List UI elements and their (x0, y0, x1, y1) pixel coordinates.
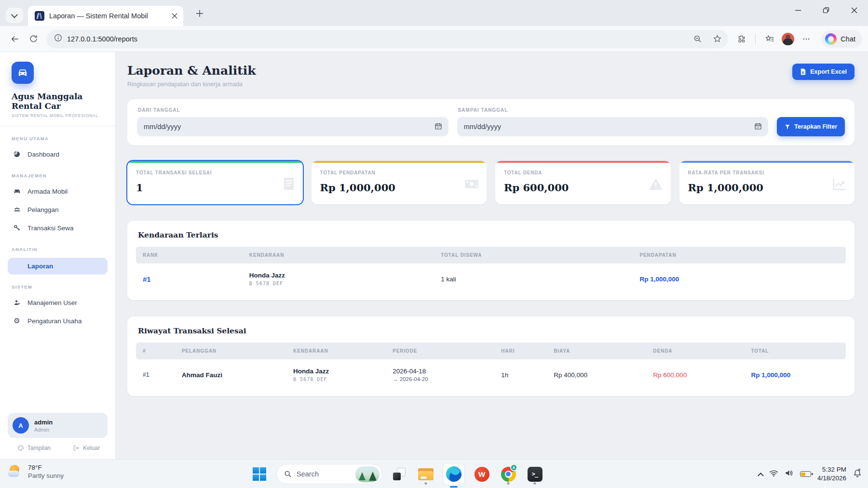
sidebar-item-laporan[interactable]: Laporan (8, 258, 108, 275)
file-explorer-button[interactable] (416, 463, 435, 485)
battery-icon[interactable] (800, 471, 811, 477)
sidebar-item-label: Armada Mobil (27, 188, 68, 195)
page-info-icon[interactable] (54, 34, 62, 44)
car-icon (13, 187, 21, 196)
sidebar-item-label: Dashboard (27, 151, 59, 158)
export-excel-button[interactable]: Export Excel (792, 64, 854, 80)
stat-card-total-transaksi: TOTAL TRANSAKSI SELESAI 1 (127, 161, 303, 204)
sidebar-divider (0, 126, 115, 126)
wifi-icon[interactable] (769, 470, 778, 479)
vehicle-cell: Honda Jazz B 5678 DEF (286, 359, 386, 391)
sidebar: Agus Manggala Rental Car SISTEM RENTAL M… (0, 52, 116, 459)
vehicle-plate: B 5678 DEF (293, 377, 379, 382)
column-header: PENDAPATAN (633, 247, 846, 264)
nav-heading-menu-utama: MENU UTAMA (12, 136, 104, 141)
palette-icon (17, 445, 24, 451)
calendar-icon[interactable] (754, 122, 762, 132)
new-tab-button[interactable] (193, 7, 206, 20)
total-cell: Rp 1,000,000 (744, 359, 846, 391)
page-title: Laporan & Analitik (127, 64, 256, 78)
apply-filter-button[interactable]: Terapkan Filter (777, 117, 845, 136)
stat-accent-bar (495, 161, 671, 163)
from-date-input[interactable] (137, 117, 448, 136)
column-header: BIAYA (547, 343, 646, 359)
search-icon (284, 470, 292, 478)
menu-ellipsis-icon[interactable] (797, 30, 815, 48)
weather-condition: Partly sunny (28, 472, 64, 479)
minimize-button[interactable] (784, 0, 812, 20)
taskbar-search[interactable]: Search (276, 464, 382, 484)
address-bar[interactable]: 127.0.0.1:5000/reports (46, 30, 728, 48)
notification-bell-icon[interactable] (853, 468, 862, 480)
zoom-out-icon[interactable] (691, 30, 705, 48)
sidebar-item-manajemen-user[interactable]: Manajemen User (8, 293, 108, 312)
keluar-button[interactable]: Keluar (73, 445, 100, 451)
sidebar-item-label: Transaksi Sewa (27, 224, 74, 232)
windows-logo-icon (253, 467, 266, 481)
refresh-icon[interactable] (24, 30, 42, 48)
stat-label: TOTAL TRANSAKSI SELESAI (136, 170, 294, 175)
tray-chevron-up-icon[interactable] (758, 472, 764, 478)
vehicle-cell: Honda Jazz B 5678 DEF (243, 264, 434, 295)
column-header: PELANGGAN (175, 343, 286, 359)
calendar-icon[interactable] (434, 122, 442, 132)
sidebar-item-transaksi-sewa[interactable]: Transaksi Sewa (8, 219, 108, 237)
copilot-chat-button[interactable]: Chat (821, 30, 862, 48)
stat-card-total-denda: TOTAL DENDA Rp 600,000 (495, 161, 671, 204)
edge-browser-button[interactable] (443, 463, 465, 485)
copilot-icon (825, 33, 837, 45)
tampilan-button[interactable]: Tampilan (17, 445, 51, 451)
receipt-icon (283, 177, 295, 193)
chrome-profile-badge: A (510, 464, 517, 471)
stat-card-total-pendapatan: TOTAL PENDAPATAN Rp 1,000,000 (312, 161, 487, 204)
search-highlight-image[interactable] (355, 466, 380, 482)
history-card: Riwayat Transaksi Selesai # PELANGGAN KE… (127, 317, 854, 396)
restore-button[interactable] (812, 0, 840, 20)
wps-office-button[interactable]: W (472, 463, 491, 485)
clock-time: 5:32 PM (817, 465, 846, 474)
site-favicon-icon (35, 11, 44, 21)
profile-avatar[interactable] (782, 33, 794, 45)
sidebar-item-pelanggan[interactable]: Pelanggan (8, 200, 108, 219)
chrome-button[interactable]: A (499, 463, 518, 485)
close-button[interactable] (840, 0, 868, 20)
task-view-button[interactable] (390, 463, 409, 485)
weather-widget[interactable]: 78°F Partly sunny (7, 464, 64, 479)
fine-cell: Rp 600,000 (646, 359, 744, 391)
from-date-label: DARI TANGGAL (138, 107, 448, 113)
brand-logo (12, 62, 34, 84)
extensions-icon[interactable] (732, 30, 750, 48)
users-icon (13, 205, 21, 214)
column-header: TOTAL DISEWA (434, 247, 633, 264)
revenue-cell: Rp 1,000,000 (633, 264, 846, 295)
tab-title: Laporan — Sistem Rental Mobil (49, 12, 167, 20)
browser-tab[interactable]: Laporan — Sistem Rental Mobil (28, 6, 183, 26)
user-gear-icon (13, 298, 21, 307)
tab-close-icon[interactable] (172, 13, 177, 19)
table-row: #1 Honda Jazz B 5678 DEF 1 kali Rp 1,000… (136, 264, 846, 295)
bookmark-star-icon[interactable] (710, 30, 724, 48)
stat-card-rata-rata: RATA-RATA PER TRANSAKSI Rp 1,000,000 (679, 161, 855, 204)
excel-file-icon (800, 68, 806, 75)
clock-date: 4/18/2026 (817, 474, 846, 483)
back-icon[interactable] (6, 30, 24, 48)
gear-icon: ⚙ (13, 317, 21, 325)
tab-search-button[interactable] (6, 8, 23, 23)
column-header: DENDA (646, 343, 744, 359)
start-button[interactable] (250, 463, 269, 485)
terminal-button[interactable]: >_ (525, 463, 544, 485)
sidebar-item-armada-mobil[interactable]: Armada Mobil (8, 182, 108, 200)
stat-accent-bar (312, 161, 487, 163)
search-placeholder: Search (297, 470, 351, 478)
stat-value: Rp 1,000,000 (320, 182, 478, 194)
user-card[interactable]: A admin Admin (8, 413, 108, 438)
url-text[interactable]: 127.0.0.1:5000/reports (67, 35, 686, 43)
favorites-bar-icon[interactable] (760, 30, 779, 48)
volume-icon[interactable] (785, 469, 794, 479)
taskbar-clock[interactable]: 5:32 PM 4/18/2026 (817, 465, 846, 482)
sidebar-item-pengaturan-usaha[interactable]: ⚙ Pengaturan Usaha (8, 312, 108, 330)
sidebar-item-dashboard[interactable]: Dashboard (8, 145, 108, 163)
filter-funnel-icon (785, 124, 790, 130)
to-date-input[interactable] (457, 117, 769, 136)
filter-card: DARI TANGGAL SAMPAI TANGGAL (127, 99, 854, 145)
